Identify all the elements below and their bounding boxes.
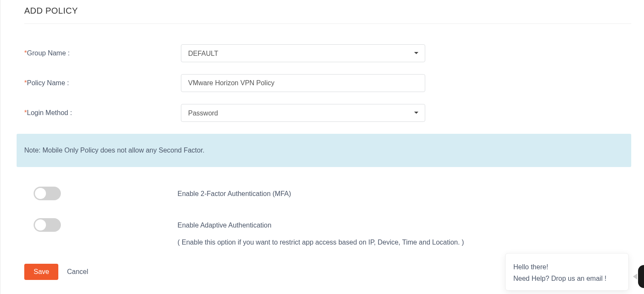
mfa-toggle[interactable] bbox=[34, 187, 61, 200]
group-name-label-text: Group Name : bbox=[27, 49, 69, 57]
help-pointer-icon bbox=[633, 274, 637, 280]
group-name-row: *Group Name : DEFAULT bbox=[24, 44, 631, 62]
adaptive-toggle-hint: ( Enable this option if you want to rest… bbox=[177, 237, 631, 248]
page-title: ADD POLICY bbox=[24, 0, 631, 24]
mfa-toggle-row: Enable 2-Factor Authentication (MFA) bbox=[24, 187, 631, 202]
cancel-button[interactable]: Cancel bbox=[67, 268, 88, 276]
policy-name-label: *Policy Name : bbox=[24, 79, 181, 87]
login-method-select[interactable]: Password bbox=[181, 104, 425, 122]
help-line2: Need Help? Drop us an email ! bbox=[513, 273, 621, 284]
group-name-select[interactable]: DEFAULT bbox=[181, 44, 425, 62]
login-method-label-text: Login Method : bbox=[27, 109, 72, 116]
chat-bubble-icon[interactable] bbox=[638, 265, 644, 288]
help-line1: Hello there! bbox=[513, 261, 621, 273]
login-method-row: *Login Method : Password bbox=[24, 104, 631, 122]
policy-name-label-text: Policy Name : bbox=[27, 79, 69, 86]
save-button[interactable]: Save bbox=[24, 264, 58, 280]
toggle-knob-icon bbox=[35, 219, 46, 231]
adaptive-toggle-row: Enable Adaptive Authentication ( Enable … bbox=[24, 218, 631, 248]
mfa-toggle-label: Enable 2-Factor Authentication (MFA) bbox=[177, 187, 631, 199]
adaptive-toggle-label: Enable Adaptive Authentication bbox=[177, 220, 631, 231]
toggle-knob-icon bbox=[35, 188, 46, 199]
group-name-label: *Group Name : bbox=[24, 49, 181, 57]
policy-name-input[interactable] bbox=[181, 74, 425, 92]
help-popup: Hello there! Need Help? Drop us an email… bbox=[505, 253, 629, 291]
login-method-label: *Login Method : bbox=[24, 109, 181, 117]
note-box: Note: Mobile Only Policy does not allow … bbox=[17, 134, 631, 167]
adaptive-toggle[interactable] bbox=[34, 218, 61, 232]
policy-name-row: *Policy Name : bbox=[24, 74, 631, 92]
